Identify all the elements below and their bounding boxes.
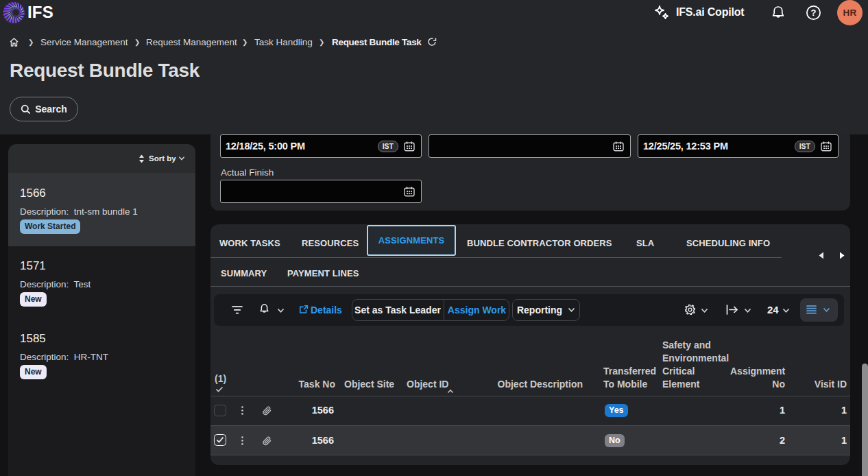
svg-text:?: ? xyxy=(811,8,817,18)
